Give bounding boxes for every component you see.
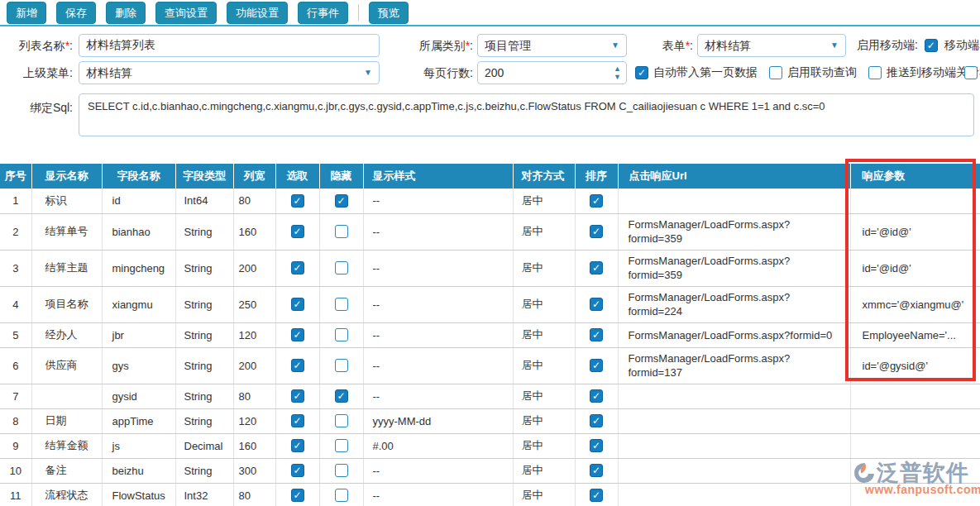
toolbar-button-3[interactable]: 删除 bbox=[106, 2, 146, 24]
hidden-checkbox[interactable] bbox=[335, 439, 348, 452]
sort-checkbox[interactable]: ✓ bbox=[590, 194, 603, 208]
sort-checkbox[interactable]: ✓ bbox=[590, 261, 603, 274]
click-url-cell: FormsManager/LoadForms.aspx?formid=224 bbox=[618, 286, 850, 322]
hidden-checkbox[interactable] bbox=[335, 225, 348, 238]
response-param-cell bbox=[850, 384, 980, 408]
hidden-checkbox-cell bbox=[319, 250, 363, 286]
hidden-checkbox[interactable] bbox=[335, 328, 348, 341]
toolbar-button-7[interactable]: 预览 bbox=[369, 2, 409, 24]
mobile-name-label: 移动端名 bbox=[944, 38, 980, 53]
select-checkbox[interactable]: ✓ bbox=[291, 489, 304, 502]
align-cell: 居中 bbox=[513, 213, 575, 250]
hidden-checkbox[interactable]: ✓ bbox=[335, 194, 348, 208]
rows-per-page-stepper[interactable]: 200▲▼ bbox=[477, 61, 627, 84]
sort-checkbox-cell: ✓ bbox=[575, 322, 618, 347]
sort-checkbox[interactable]: ✓ bbox=[590, 328, 603, 341]
sort-checkbox[interactable]: ✓ bbox=[590, 464, 603, 477]
select-checkbox[interactable]: ✓ bbox=[291, 328, 304, 341]
select-checkbox[interactable]: ✓ bbox=[291, 194, 304, 208]
select-checkbox-cell: ✓ bbox=[275, 384, 319, 408]
select-checkbox[interactable]: ✓ bbox=[291, 414, 304, 427]
hidden-checkbox-cell bbox=[319, 408, 363, 433]
select-checkbox[interactable]: ✓ bbox=[291, 389, 304, 403]
list-name-input[interactable] bbox=[79, 34, 380, 57]
seq-cell: 1 bbox=[0, 189, 31, 213]
toolbar-button-5[interactable]: 功能设置 bbox=[227, 2, 288, 24]
table-row: 8日期appTimeString120✓yyyy-MM-dd居中✓ bbox=[0, 408, 980, 433]
field-name-cell: jbr bbox=[102, 322, 175, 347]
col-width-cell: 160 bbox=[233, 433, 275, 458]
select-checkbox[interactable]: ✓ bbox=[291, 298, 304, 311]
sort-checkbox-cell: ✓ bbox=[575, 483, 618, 506]
sort-checkbox-cell: ✓ bbox=[575, 384, 618, 408]
option-checkbox-label: 启用联动查询 bbox=[787, 65, 857, 80]
click-url-text: FormsManager/LoadForms.aspx?formid=359 bbox=[629, 254, 850, 282]
hidden-checkbox[interactable] bbox=[335, 414, 348, 427]
parent-menu-select[interactable]: 材料结算▼ bbox=[79, 61, 380, 84]
select-checkbox[interactable]: ✓ bbox=[291, 225, 304, 238]
toolbar-button-1[interactable]: 新增 bbox=[7, 2, 46, 24]
field-type-cell: String bbox=[175, 347, 233, 384]
select-checkbox-cell: ✓ bbox=[275, 458, 319, 483]
col-width-cell: 300 bbox=[233, 458, 275, 483]
select-checkbox[interactable]: ✓ bbox=[291, 439, 304, 452]
hidden-checkbox[interactable] bbox=[335, 489, 348, 502]
select-checkbox[interactable]: ✓ bbox=[291, 261, 304, 274]
column-header-8: 显示样式 bbox=[363, 164, 513, 189]
enable-mobile-checkbox[interactable]: ✓ bbox=[925, 39, 938, 52]
click-url-cell: FormsManager/LoadForms.aspx?formid=359 bbox=[618, 213, 850, 250]
hidden-checkbox-cell: ✓ bbox=[319, 384, 363, 408]
sort-checkbox-cell: ✓ bbox=[575, 189, 618, 213]
sort-checkbox[interactable]: ✓ bbox=[590, 359, 603, 372]
bind-sql-textarea[interactable]: SELECT c.id,c.bianhao,c.mingcheng,c.xian… bbox=[79, 93, 974, 136]
hidden-checkbox[interactable] bbox=[335, 261, 348, 274]
col-width-cell: 160 bbox=[233, 213, 275, 250]
table-row: 3结算主题mingchengString200✓--居中✓FormsManage… bbox=[0, 250, 980, 286]
field-type-cell: Int64 bbox=[175, 189, 233, 213]
col-width-cell: 80 bbox=[233, 483, 275, 506]
table-row: 2结算单号bianhaoString160✓--居中✓FormsManager/… bbox=[0, 213, 980, 250]
seq-cell: 4 bbox=[0, 286, 31, 322]
bind-sql-label: 绑定Sql: bbox=[0, 96, 73, 119]
category-select[interactable]: 项目管理▼ bbox=[477, 34, 627, 57]
display-name-cell: 流程状态 bbox=[31, 483, 102, 506]
select-checkbox[interactable]: ✓ bbox=[291, 464, 304, 477]
vendor-watermark: 泛普软件 www.fanpusoft.com bbox=[853, 461, 980, 496]
column-header-2: 显示名称 bbox=[31, 164, 102, 189]
form-select[interactable]: 材料结算▼ bbox=[697, 34, 846, 57]
column-header-5: 列宽 bbox=[233, 164, 275, 189]
option-checkbox-row: ✓自动带入第一页数据启用联动查询推送到移动端关于我 bbox=[635, 61, 980, 84]
toolbar-button-2[interactable]: 保存 bbox=[56, 2, 96, 24]
sort-checkbox-cell: ✓ bbox=[575, 458, 618, 483]
sort-checkbox[interactable]: ✓ bbox=[590, 298, 603, 311]
table-row: 11流程状态FlowStatusInt3280✓--居中✓ bbox=[0, 483, 980, 506]
sort-checkbox[interactable]: ✓ bbox=[590, 489, 603, 502]
display-name-cell: 结算主题 bbox=[31, 250, 102, 286]
column-header-12: 响应参数 bbox=[850, 164, 980, 189]
option-checkbox-2[interactable] bbox=[769, 66, 782, 79]
sort-checkbox[interactable]: ✓ bbox=[590, 439, 603, 452]
seq-cell: 3 bbox=[0, 250, 31, 286]
hidden-checkbox-cell bbox=[319, 458, 363, 483]
sort-checkbox[interactable]: ✓ bbox=[590, 414, 603, 427]
select-checkbox[interactable]: ✓ bbox=[291, 359, 304, 372]
hidden-checkbox[interactable] bbox=[335, 464, 348, 477]
hidden-checkbox[interactable]: ✓ bbox=[335, 389, 348, 403]
hidden-checkbox[interactable] bbox=[335, 359, 348, 372]
select-checkbox-cell: ✓ bbox=[275, 189, 319, 213]
edge-checkbox[interactable] bbox=[964, 66, 978, 79]
toolbar-button-6[interactable]: 行事件 bbox=[298, 2, 348, 24]
sort-checkbox[interactable]: ✓ bbox=[590, 389, 603, 403]
col-width-cell: 80 bbox=[233, 189, 275, 213]
field-name-cell: id bbox=[102, 189, 175, 213]
hidden-checkbox[interactable] bbox=[335, 298, 348, 311]
toolbar-button-4[interactable]: 查询设置 bbox=[155, 2, 217, 24]
stepper-arrows-icon[interactable]: ▲▼ bbox=[614, 64, 621, 81]
option-checkbox-3[interactable] bbox=[868, 66, 882, 79]
response-param-cell bbox=[850, 433, 980, 458]
option-checkbox-1[interactable]: ✓ bbox=[635, 66, 648, 79]
select-checkbox-cell: ✓ bbox=[275, 286, 319, 322]
form-label: 表单*: bbox=[612, 34, 693, 57]
sort-checkbox[interactable]: ✓ bbox=[590, 225, 603, 238]
toolbar: 新增保存删除查询设置功能设置行事件预览 bbox=[0, 0, 980, 26]
